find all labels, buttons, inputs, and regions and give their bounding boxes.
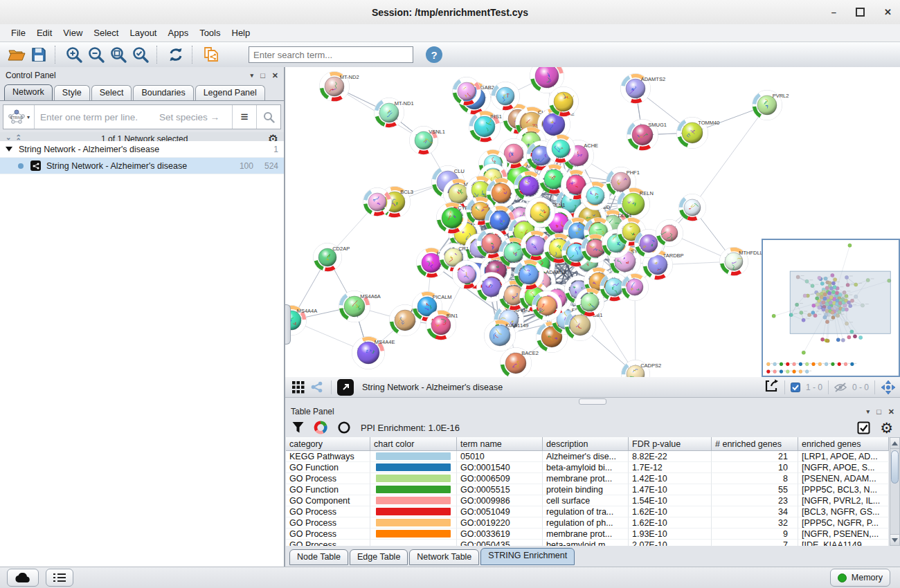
column-header-category[interactable]: category <box>286 437 370 451</box>
string-options-button[interactable]: ≡ <box>232 105 256 129</box>
viewport-rect[interactable] <box>790 271 890 333</box>
network-node[interactable]: IRS1 <box>469 111 502 143</box>
network-node[interactable]: MS4A4E <box>352 337 395 369</box>
network-node[interactable]: PVRL2 <box>753 91 789 120</box>
birds-eye-view[interactable] <box>762 239 900 377</box>
zoom-selected-button[interactable] <box>129 45 152 64</box>
table-row[interactable]: GO ProcessGO:0019220regulation of ph...1… <box>286 517 889 529</box>
tab-string-enrichment[interactable]: STRING Enrichment <box>480 548 575 565</box>
select-all-checkbox-icon[interactable] <box>857 421 870 434</box>
close-button[interactable]: ✕ <box>884 7 892 17</box>
tab-legend-panel[interactable]: Legend Panel <box>195 85 265 100</box>
menu-layout[interactable]: Layout <box>124 26 162 40</box>
pan-navigate-icon[interactable] <box>881 380 896 395</box>
table-row[interactable]: GO ComponentGO:0009986cell surface1.54E-… <box>286 495 889 506</box>
grid-view-button[interactable] <box>289 378 307 397</box>
memory-button[interactable]: Memory <box>830 569 890 587</box>
tab-network-table[interactable]: Network Table <box>409 549 479 565</box>
network-node[interactable]: BIN1 <box>426 311 458 340</box>
column-header-enriched-genes[interactable]: enriched genes <box>798 437 889 451</box>
table-row[interactable]: GO ProcessGO:0051049regulation of tra...… <box>286 506 889 517</box>
string-search-button[interactable] <box>256 105 280 129</box>
filter-icon[interactable] <box>292 421 304 434</box>
tab-select[interactable]: Select <box>91 85 132 100</box>
table-row[interactable]: GO FunctionGO:0005515protein binding1.47… <box>286 484 889 495</box>
panel-menu-icon[interactable]: ▾ <box>867 408 870 415</box>
menu-help[interactable]: Help <box>226 26 256 40</box>
menu-tools[interactable]: Tools <box>194 26 226 40</box>
menu-view[interactable]: View <box>57 26 88 40</box>
panel-float-icon[interactable]: □ <box>260 71 265 80</box>
network-node[interactable] <box>679 194 706 221</box>
open-session-button[interactable] <box>6 45 28 64</box>
tab-edge-table[interactable]: Edge Table <box>350 549 408 565</box>
network-row[interactable]: String Network - Alzheimer's disease 100… <box>0 158 284 174</box>
splitter-grip-icon[interactable] <box>579 398 606 405</box>
network-node[interactable]: MTHFDLL <box>720 248 763 276</box>
set-species-label[interactable]: Set species → <box>159 112 226 122</box>
cloud-sync-button[interactable] <box>7 569 39 587</box>
table-row[interactable]: GO ProcessGO:0033619membrane prot...1.93… <box>286 529 889 540</box>
hidden-eye-icon[interactable] <box>834 383 847 392</box>
table-row[interactable]: KEGG Pathways05010Alzheimer's dise...8.8… <box>286 451 889 462</box>
network-node[interactable]: BACE2 <box>501 348 539 378</box>
network-node[interactable] <box>656 220 683 247</box>
network-node[interactable] <box>492 82 520 111</box>
column-header-description[interactable]: description <box>543 437 629 451</box>
scroll-down-icon[interactable] <box>890 534 899 545</box>
tab-style[interactable]: Style <box>54 85 90 100</box>
network-node[interactable]: MS4A6A <box>339 291 381 322</box>
export-network-button[interactable] <box>764 378 779 396</box>
minimize-button[interactable]: – <box>831 7 836 17</box>
network-node[interactable]: CD2AP <box>314 244 350 272</box>
menu-file[interactable]: File <box>6 26 31 40</box>
tab-node-table[interactable]: Node Table <box>289 549 348 565</box>
column-header-chart-color[interactable]: chart color <box>370 437 457 451</box>
maximize-button[interactable] <box>856 8 865 17</box>
column-header-term-name[interactable]: term name <box>457 437 543 451</box>
menu-select[interactable]: Select <box>88 26 124 40</box>
zoom-in-button[interactable] <box>63 45 85 64</box>
selected-checkbox-icon[interactable] <box>791 383 800 392</box>
network-node[interactable]: VSNL1 <box>410 127 445 155</box>
settings-gear-icon[interactable]: ⚙ <box>880 421 893 435</box>
table-vertical-scrollbar[interactable] <box>890 437 900 546</box>
menu-apps[interactable]: Apps <box>163 26 195 40</box>
chart-donut-icon[interactable] <box>314 421 327 434</box>
tab-network[interactable]: Network <box>4 84 53 100</box>
network-node[interactable]: TOMM40 <box>677 118 720 149</box>
network-node[interactable]: MT-ND1 <box>375 98 414 128</box>
string-logo[interactable]: STRING ▾ <box>3 105 35 129</box>
save-session-button[interactable] <box>28 45 50 64</box>
panel-divider-handle[interactable] <box>285 304 291 344</box>
network-canvas[interactable]: MT-ND2MT-ND1VSNL1CD2APMS4A4AMS4A6AMS4A4E… <box>285 67 900 377</box>
column-header--enriched-genes[interactable]: # enriched genes <box>712 437 798 451</box>
refresh-button[interactable] <box>165 45 187 64</box>
table-row[interactable]: GO ProcessGO:0050435beta-amyloid m...2.0… <box>286 540 889 546</box>
panel-float-icon[interactable]: □ <box>876 407 881 416</box>
zoom-out-button[interactable] <box>85 45 107 64</box>
task-history-button[interactable] <box>46 569 73 587</box>
clone-network-button[interactable] <box>200 45 222 64</box>
network-node[interactable]: MT-ND2 <box>320 72 359 102</box>
column-header-FDR-p-value[interactable]: FDR p-value <box>629 437 712 451</box>
open-in-string-button[interactable] <box>337 379 354 396</box>
table-row[interactable]: GO FunctionGO:0001540beta-amyloid bi...1… <box>286 462 889 473</box>
menu-edit[interactable]: Edit <box>31 26 57 40</box>
tree-expand-icon[interactable] <box>6 147 12 151</box>
panel-splitter[interactable] <box>285 398 900 405</box>
scrollbar-thumb[interactable] <box>891 450 899 484</box>
chart-ring-icon[interactable] <box>337 421 351 434</box>
zoom-fit-button[interactable] <box>107 45 129 64</box>
panel-close-icon[interactable]: ✕ <box>888 407 894 416</box>
network-collection-row[interactable]: String Network - Alzheimer's disease 1 <box>0 141 284 158</box>
network-node[interactable] <box>622 274 649 301</box>
scroll-up-icon[interactable] <box>890 438 899 449</box>
help-icon[interactable]: ? <box>426 46 442 63</box>
panel-menu-icon[interactable]: ▾ <box>251 72 254 79</box>
network-node[interactable]: SMUG1 <box>627 120 667 151</box>
search-input[interactable] <box>249 46 413 63</box>
string-view-button[interactable] <box>307 378 325 397</box>
string-query-input[interactable]: Enter one term per line. Set species → <box>35 112 232 122</box>
tab-boundaries[interactable]: Boundaries <box>133 85 193 100</box>
